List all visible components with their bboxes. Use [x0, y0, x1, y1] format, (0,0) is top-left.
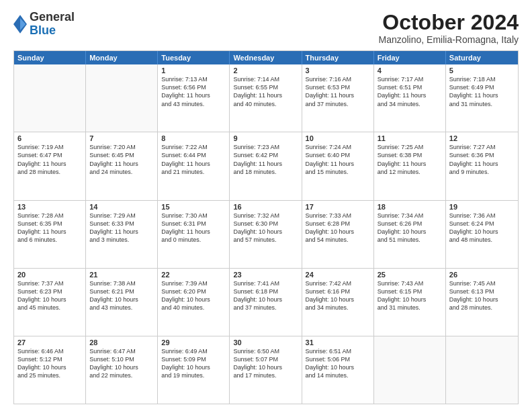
page: General Blue October 2024 Manzolino, Emi… [0, 0, 532, 411]
calendar-cell-0-3: 2Sunrise: 7:14 AM Sunset: 6:55 PM Daylig… [230, 64, 302, 132]
cell-info: Sunrise: 7:34 AM Sunset: 6:26 PM Dayligh… [378, 212, 442, 244]
header-day-monday: Monday [86, 51, 158, 64]
calendar-cell-0-0 [14, 64, 86, 132]
calendar-cell-2-0: 13Sunrise: 7:28 AM Sunset: 6:35 PM Dayli… [14, 201, 86, 268]
day-number: 29 [161, 338, 226, 347]
calendar-body: 1Sunrise: 7:13 AM Sunset: 6:56 PM Daylig… [14, 64, 518, 404]
day-number: 15 [161, 203, 226, 211]
day-number: 19 [449, 203, 515, 211]
cell-info: Sunrise: 7:29 AM Sunset: 6:33 PM Dayligh… [89, 212, 154, 244]
calendar-cell-0-1 [86, 64, 158, 132]
cell-info: Sunrise: 7:25 AM Sunset: 6:38 PM Dayligh… [378, 143, 442, 176]
header-day-friday: Friday [374, 51, 446, 64]
calendar-cell-3-3: 23Sunrise: 7:41 AM Sunset: 6:18 PM Dayli… [230, 269, 302, 336]
day-number: 6 [17, 134, 82, 142]
header-day-wednesday: Wednesday [230, 51, 302, 64]
cell-info: Sunrise: 6:51 AM Sunset: 5:06 PM Dayligh… [306, 347, 370, 380]
day-number: 8 [161, 134, 226, 142]
calendar-cell-3-4: 24Sunrise: 7:42 AM Sunset: 6:16 PM Dayli… [302, 269, 374, 336]
day-number: 30 [233, 338, 298, 347]
cell-info: Sunrise: 6:49 AM Sunset: 5:09 PM Dayligh… [161, 347, 226, 380]
calendar-cell-1-0: 6Sunrise: 7:19 AM Sunset: 6:47 PM Daylig… [14, 132, 86, 199]
calendar-cell-3-0: 20Sunrise: 7:37 AM Sunset: 6:23 PM Dayli… [14, 269, 86, 336]
cell-info: Sunrise: 7:13 AM Sunset: 6:56 PM Dayligh… [161, 75, 226, 108]
cell-info: Sunrise: 7:36 AM Sunset: 6:24 PM Dayligh… [449, 212, 515, 244]
cell-info: Sunrise: 7:20 AM Sunset: 6:45 PM Dayligh… [89, 143, 154, 176]
calendar-cell-4-0: 27Sunrise: 6:46 AM Sunset: 5:12 PM Dayli… [14, 336, 86, 404]
title-block: October 2024 Manzolino, Emilia-Romagna, … [378, 11, 519, 45]
logo-blue: Blue [30, 24, 75, 38]
day-number: 21 [89, 271, 154, 279]
cell-info: Sunrise: 7:27 AM Sunset: 6:36 PM Dayligh… [449, 143, 515, 176]
calendar-row-4: 27Sunrise: 6:46 AM Sunset: 5:12 PM Dayli… [14, 336, 518, 404]
header: General Blue October 2024 Manzolino, Emi… [13, 11, 519, 45]
calendar-cell-4-2: 29Sunrise: 6:49 AM Sunset: 5:09 PM Dayli… [158, 336, 230, 404]
logo-icon [13, 15, 27, 34]
calendar-cell-1-5: 11Sunrise: 7:25 AM Sunset: 6:38 PM Dayli… [374, 132, 446, 199]
calendar-cell-1-3: 9Sunrise: 7:23 AM Sunset: 6:42 PM Daylig… [230, 132, 302, 199]
day-number: 16 [233, 203, 298, 211]
cell-info: Sunrise: 6:46 AM Sunset: 5:12 PM Dayligh… [17, 347, 82, 380]
cell-info: Sunrise: 7:18 AM Sunset: 6:49 PM Dayligh… [449, 75, 515, 108]
day-number: 26 [449, 271, 515, 279]
calendar-cell-4-5 [374, 336, 446, 404]
calendar-cell-0-6: 5Sunrise: 7:18 AM Sunset: 6:49 PM Daylig… [446, 64, 518, 132]
cell-info: Sunrise: 7:19 AM Sunset: 6:47 PM Dayligh… [17, 143, 82, 176]
calendar-cell-3-1: 21Sunrise: 7:38 AM Sunset: 6:21 PM Dayli… [86, 269, 158, 336]
month-title: October 2024 [378, 11, 519, 34]
day-number: 17 [306, 203, 370, 211]
cell-info: Sunrise: 7:23 AM Sunset: 6:42 PM Dayligh… [233, 143, 298, 176]
day-number: 27 [17, 338, 82, 347]
cell-info: Sunrise: 7:14 AM Sunset: 6:55 PM Dayligh… [233, 75, 298, 108]
day-number: 25 [378, 271, 442, 279]
day-number: 28 [89, 338, 154, 347]
cell-info: Sunrise: 7:24 AM Sunset: 6:40 PM Dayligh… [306, 143, 370, 176]
calendar-cell-4-1: 28Sunrise: 6:47 AM Sunset: 5:10 PM Dayli… [86, 336, 158, 404]
cell-info: Sunrise: 6:47 AM Sunset: 5:10 PM Dayligh… [89, 347, 154, 380]
day-number: 4 [378, 66, 442, 75]
calendar-cell-2-2: 15Sunrise: 7:30 AM Sunset: 6:31 PM Dayli… [158, 201, 230, 268]
calendar: SundayMondayTuesdayWednesdayThursdayFrid… [13, 50, 519, 404]
calendar-row-3: 20Sunrise: 7:37 AM Sunset: 6:23 PM Dayli… [14, 268, 518, 336]
day-number: 1 [161, 66, 226, 75]
cell-info: Sunrise: 7:22 AM Sunset: 6:44 PM Dayligh… [161, 143, 226, 176]
calendar-cell-0-4: 3Sunrise: 7:16 AM Sunset: 6:53 PM Daylig… [302, 64, 374, 132]
day-number: 5 [449, 66, 515, 75]
day-number: 31 [306, 338, 370, 347]
cell-info: Sunrise: 7:28 AM Sunset: 6:35 PM Dayligh… [17, 212, 82, 244]
cell-info: Sunrise: 7:16 AM Sunset: 6:53 PM Dayligh… [306, 75, 370, 108]
subtitle: Manzolino, Emilia-Romagna, Italy [378, 34, 519, 45]
header-day-thursday: Thursday [302, 51, 374, 64]
header-day-sunday: Sunday [14, 51, 86, 64]
calendar-cell-0-2: 1Sunrise: 7:13 AM Sunset: 6:56 PM Daylig… [158, 64, 230, 132]
calendar-cell-2-1: 14Sunrise: 7:29 AM Sunset: 6:33 PM Dayli… [86, 201, 158, 268]
calendar-cell-1-6: 12Sunrise: 7:27 AM Sunset: 6:36 PM Dayli… [446, 132, 518, 199]
cell-info: Sunrise: 7:45 AM Sunset: 6:13 PM Dayligh… [449, 279, 515, 312]
calendar-cell-4-3: 30Sunrise: 6:50 AM Sunset: 5:07 PM Dayli… [230, 336, 302, 404]
calendar-cell-3-2: 22Sunrise: 7:39 AM Sunset: 6:20 PM Dayli… [158, 269, 230, 336]
calendar-cell-4-6 [446, 336, 518, 404]
day-number: 23 [233, 271, 298, 279]
calendar-header: SundayMondayTuesdayWednesdayThursdayFrid… [14, 51, 518, 64]
day-number: 12 [449, 134, 515, 142]
cell-info: Sunrise: 7:17 AM Sunset: 6:51 PM Dayligh… [378, 75, 442, 108]
calendar-cell-1-4: 10Sunrise: 7:24 AM Sunset: 6:40 PM Dayli… [302, 132, 374, 199]
day-number: 2 [233, 66, 298, 75]
day-number: 13 [17, 203, 82, 211]
day-number: 9 [233, 134, 298, 142]
day-number: 10 [306, 134, 370, 142]
cell-info: Sunrise: 7:38 AM Sunset: 6:21 PM Dayligh… [89, 279, 154, 312]
calendar-cell-2-5: 18Sunrise: 7:34 AM Sunset: 6:26 PM Dayli… [374, 201, 446, 268]
cell-info: Sunrise: 7:30 AM Sunset: 6:31 PM Dayligh… [161, 212, 226, 244]
header-day-saturday: Saturday [446, 51, 518, 64]
day-number: 14 [89, 203, 154, 211]
day-number: 7 [89, 134, 154, 142]
cell-info: Sunrise: 7:41 AM Sunset: 6:18 PM Dayligh… [233, 279, 298, 312]
calendar-row-0: 1Sunrise: 7:13 AM Sunset: 6:56 PM Daylig… [14, 64, 518, 132]
cell-info: Sunrise: 7:43 AM Sunset: 6:15 PM Dayligh… [378, 279, 442, 312]
logo-text: General Blue [30, 11, 75, 38]
calendar-cell-2-4: 17Sunrise: 7:33 AM Sunset: 6:28 PM Dayli… [302, 201, 374, 268]
day-number: 3 [306, 66, 370, 75]
day-number: 24 [306, 271, 370, 279]
day-number: 18 [378, 203, 442, 211]
